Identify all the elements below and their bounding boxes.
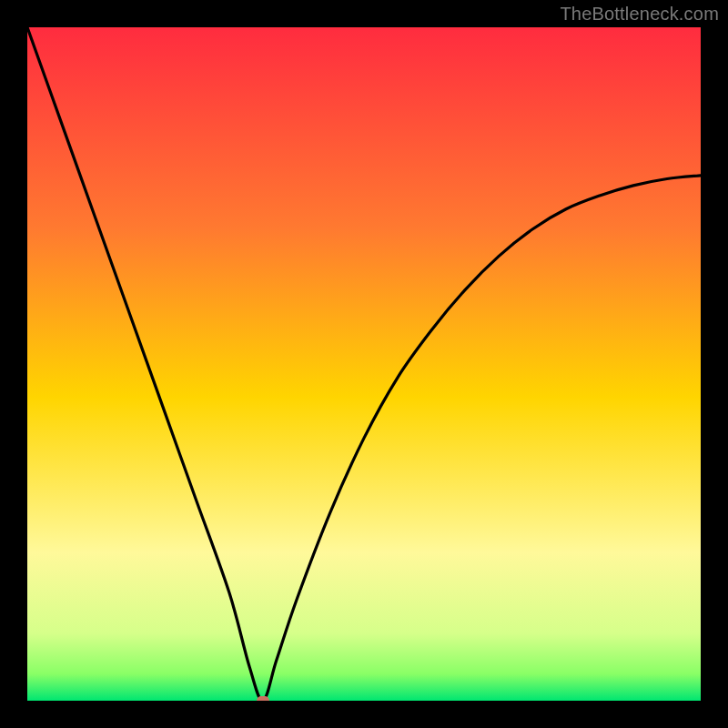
plot-area bbox=[27, 27, 701, 701]
bottleneck-curve bbox=[27, 27, 701, 701]
watermark-text: TheBottleneck.com bbox=[560, 4, 719, 25]
chart-frame: TheBottleneck.com bbox=[0, 0, 728, 728]
minimum-marker bbox=[257, 696, 269, 701]
